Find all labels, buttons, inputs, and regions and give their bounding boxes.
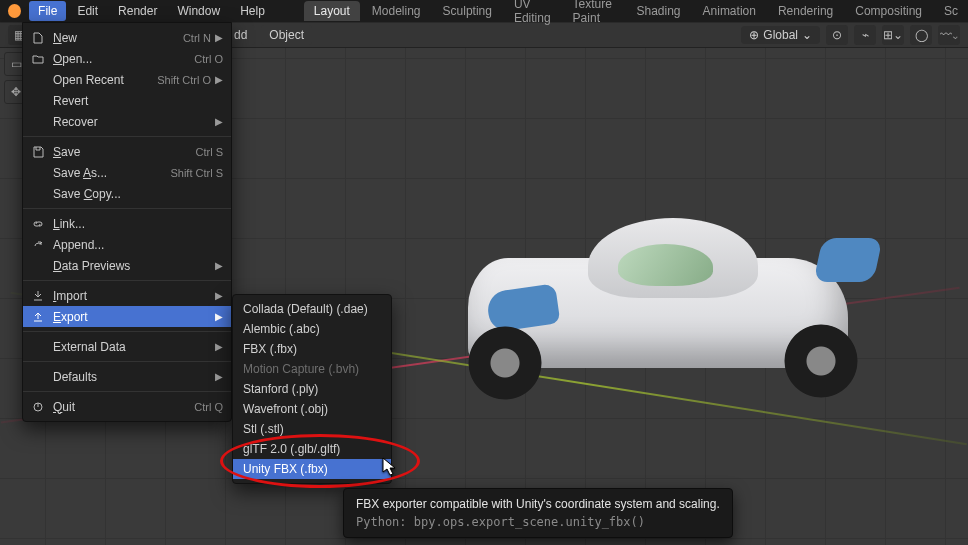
- scene-mesh-car[interactable]: [428, 208, 908, 418]
- tab-truncated[interactable]: Sc: [934, 1, 968, 21]
- menu-item-label: Open Recent: [53, 73, 157, 87]
- submenu-arrow-icon: ▶: [215, 116, 223, 127]
- menu-item-label: Link...: [53, 217, 223, 231]
- menu-item-label: Save: [53, 145, 196, 159]
- chevron-down-icon: ⌄: [802, 28, 812, 42]
- menu-item-shortcut: Ctrl O: [194, 53, 223, 65]
- file-menu-save[interactable]: SaveCtrl S: [23, 141, 231, 162]
- file-menu-external-data[interactable]: External Data▶: [23, 336, 231, 357]
- menu-item-label: Import: [53, 289, 211, 303]
- falloff-icon[interactable]: 〰⌄: [938, 25, 960, 45]
- tab-sculpting[interactable]: Sculpting: [433, 1, 502, 21]
- header-object[interactable]: Object: [261, 25, 312, 45]
- tab-texture-paint[interactable]: Texture Paint: [563, 0, 625, 28]
- file-menu-recover[interactable]: Recover▶: [23, 111, 231, 132]
- submenu-arrow-icon: ▶: [215, 371, 223, 382]
- export-icon: [29, 310, 47, 324]
- menu-item-shortcut: Ctrl Q: [194, 401, 223, 413]
- menu-render[interactable]: Render: [109, 1, 166, 21]
- menu-window[interactable]: Window: [168, 1, 229, 21]
- export-collada-default-dae[interactable]: Collada (Default) (.dae): [233, 299, 391, 319]
- file-menu-defaults[interactable]: Defaults▶: [23, 366, 231, 387]
- file-menu-data-previews[interactable]: Data Previews▶: [23, 255, 231, 276]
- file-menu-save-copy[interactable]: Save Copy...: [23, 183, 231, 204]
- menu-item-label: Open...: [53, 52, 194, 66]
- export-motion-capture-bvh[interactable]: Motion Capture (.bvh): [233, 359, 391, 379]
- submenu-arrow-icon: ▶: [215, 341, 223, 352]
- tooltip-python: Python: bpy.ops.export_scene.unity_fbx(): [356, 515, 720, 529]
- menu-file[interactable]: File: [29, 1, 66, 21]
- tooltip-description: FBX exporter compatible with Unity's coo…: [356, 497, 720, 511]
- menu-item-label: Save Copy...: [53, 187, 223, 201]
- tab-compositing[interactable]: Compositing: [845, 1, 932, 21]
- export-unity-fbx-fbx[interactable]: Unity FBX (.fbx): [233, 459, 391, 479]
- tab-modeling[interactable]: Modeling: [362, 1, 431, 21]
- folder-open-icon: [29, 52, 47, 66]
- export-stl-stl[interactable]: Stl (.stl): [233, 419, 391, 439]
- export-gltf-2-0-glb-gltf[interactable]: glTF 2.0 (.glb/.gltf): [233, 439, 391, 459]
- file-menu-quit[interactable]: QuitCtrl Q: [23, 396, 231, 417]
- menu-item-label: Recover: [53, 115, 211, 129]
- file-new-icon: [29, 31, 47, 45]
- snap-mode-icon[interactable]: ⊞⌄: [882, 25, 904, 45]
- file-menu-open-recent[interactable]: Open RecentShift Ctrl O▶: [23, 69, 231, 90]
- menu-item-label: External Data: [53, 340, 211, 354]
- file-menu-new[interactable]: NewCtrl N▶: [23, 27, 231, 48]
- menu-item-label: Append...: [53, 238, 223, 252]
- tab-animation[interactable]: Animation: [693, 1, 766, 21]
- save-icon: [29, 145, 47, 159]
- menu-item-label: Quit: [53, 400, 194, 414]
- link-icon: [29, 217, 47, 231]
- globe-icon: ⊕: [749, 28, 759, 42]
- menu-item-shortcut: Ctrl S: [196, 146, 224, 158]
- snap-icon[interactable]: ⌁: [854, 25, 876, 45]
- quit-icon: [29, 400, 47, 414]
- menu-item-label: Save As...: [53, 166, 170, 180]
- export-alembic-abc[interactable]: Alembic (.abc): [233, 319, 391, 339]
- tab-shading[interactable]: Shading: [626, 1, 690, 21]
- menu-item-label: Data Previews: [53, 259, 211, 273]
- tab-rendering[interactable]: Rendering: [768, 1, 843, 21]
- menu-item-label: Export: [53, 310, 211, 324]
- tab-layout[interactable]: Layout: [304, 1, 360, 21]
- orientation-label: Global: [763, 28, 798, 42]
- append-icon: [29, 238, 47, 252]
- export-fbx-fbx[interactable]: FBX (.fbx): [233, 339, 391, 359]
- submenu-arrow-icon: ▶: [215, 260, 223, 271]
- file-menu-export[interactable]: Export▶: [23, 306, 231, 327]
- blender-logo-icon: [8, 4, 21, 18]
- tooltip: FBX exporter compatible with Unity's coo…: [343, 488, 733, 538]
- file-menu-import[interactable]: Import▶: [23, 285, 231, 306]
- menu-item-label: Defaults: [53, 370, 211, 384]
- file-menu-save-as[interactable]: Save As...Shift Ctrl S: [23, 162, 231, 183]
- export-submenu: Collada (Default) (.dae)Alembic (.abc)FB…: [232, 294, 392, 484]
- menu-item-label: New: [53, 31, 183, 45]
- menu-item-label: Revert: [53, 94, 223, 108]
- file-menu-dropdown: NewCtrl N▶Open...Ctrl OOpen RecentShift …: [22, 22, 232, 422]
- menu-item-shortcut: Ctrl N: [183, 32, 211, 44]
- file-menu-open[interactable]: Open...Ctrl O: [23, 48, 231, 69]
- menu-edit[interactable]: Edit: [68, 1, 107, 21]
- file-menu-append[interactable]: Append...: [23, 234, 231, 255]
- menu-item-shortcut: Shift Ctrl S: [170, 167, 223, 179]
- orientation-dropdown[interactable]: ⊕ Global ⌄: [741, 26, 820, 44]
- submenu-arrow-icon: ▶: [215, 74, 223, 85]
- file-menu-revert[interactable]: Revert: [23, 90, 231, 111]
- menu-item-shortcut: Shift Ctrl O: [157, 74, 211, 86]
- import-icon: [29, 289, 47, 303]
- pivot-icon[interactable]: ⊙: [826, 25, 848, 45]
- submenu-arrow-icon: ▶: [215, 32, 223, 43]
- menu-help[interactable]: Help: [231, 1, 274, 21]
- proportional-icon[interactable]: ◯: [910, 25, 932, 45]
- submenu-arrow-icon: ▶: [215, 311, 223, 322]
- main-menu-bar: File Edit Render Window Help Layout Mode…: [0, 0, 968, 22]
- tab-uv-editing[interactable]: UV Editing: [504, 0, 561, 28]
- submenu-arrow-icon: ▶: [215, 290, 223, 301]
- export-wavefront-obj[interactable]: Wavefront (.obj): [233, 399, 391, 419]
- export-stanford-ply[interactable]: Stanford (.ply): [233, 379, 391, 399]
- file-menu-link[interactable]: Link...: [23, 213, 231, 234]
- workspace-tabs: Layout Modeling Sculpting UV Editing Tex…: [304, 0, 968, 28]
